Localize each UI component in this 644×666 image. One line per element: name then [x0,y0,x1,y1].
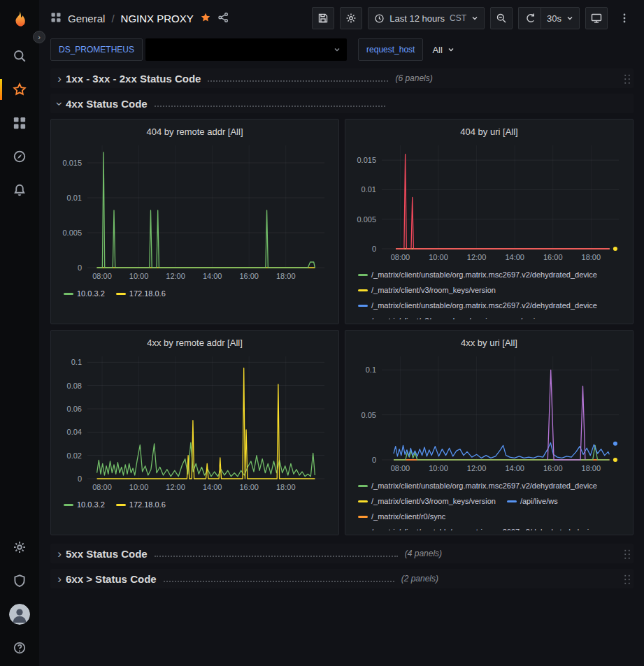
legend-item[interactable]: /_matrix/client/v3/room_keys/version [358,495,496,507]
legend-item[interactable]: /_matrix/client/unstable/org.matrix.msc2… [358,299,597,312]
dashboard-row-4xx[interactable]: › 4xx Status Code [50,94,634,113]
row-panel-count: (6 panels) [395,73,432,83]
legend-item[interactable]: /_matrix/client/v3/room_keys/version [358,314,496,319]
dashboard-settings-button[interactable] [340,7,362,29]
zoom-out-button[interactable] [490,7,513,29]
share-icon[interactable] [217,12,229,25]
svg-text:12:00: 12:00 [166,483,185,491]
sidebar-item-profile[interactable] [0,598,39,631]
legend-series-label: 172.18.0.6 [129,500,166,509]
legend-item[interactable]: /sw.js [507,314,539,319]
sidebar-item-help[interactable] [0,631,39,665]
legend-item[interactable]: /_matrix/client/unstable/org.matrix.msc2… [358,268,597,281]
variable-datasource: DS_PROMETHEUS [50,38,347,61]
row-dotted-leader [208,80,388,82]
legend-series-label: 172.18.0.6 [129,289,166,298]
legend-item[interactable]: /_matrix/client/v3/room_keys/version [358,284,496,296]
time-series-chart[interactable]: 08:0010:0012:0014:0016:0018:0000.0050.01… [57,140,333,285]
legend-item[interactable]: 10.0.3.2 [64,287,105,300]
time-series-chart[interactable]: 08:0010:0012:0014:0016:0018:0000.050.1 [351,351,627,477]
legend-item[interactable]: /_matrix/client/unstable/org.matrix.msc2… [358,479,597,492]
favorite-star-icon[interactable] [200,12,211,25]
row-drag-handle[interactable] [623,573,631,585]
legend-item[interactable]: 172.18.0.6 [116,498,166,511]
sidebar-item-starred[interactable] [0,73,39,106]
grafana-app: › [0,0,644,666]
svg-text:16:00: 16:00 [239,483,259,491]
svg-text:0.005: 0.005 [357,215,376,224]
sidebar: › [0,0,39,666]
sidebar-item-configuration[interactable] [0,530,39,564]
breadcrumb-title[interactable]: NGINX PROXY [121,13,194,24]
sidebar-item-search[interactable] [0,39,39,73]
row-drag-handle[interactable] [623,548,631,560]
svg-text:10:00: 10:00 [129,272,149,280]
legend-item[interactable]: /_matrix/client/unstable/org.matrix.msc2… [358,526,597,530]
dashboard-row-5xx[interactable]: › 5xx Status Code (4 panels) [50,544,634,563]
svg-text:0.01: 0.01 [362,185,376,194]
sidebar-expand-button[interactable]: › [33,31,45,43]
refresh-interval-dropdown[interactable]: 30s [541,7,580,29]
panel-title[interactable]: 404 by uri [All] [351,124,627,140]
sidebar-item-explore[interactable] [0,140,39,173]
sidebar-nav-top [0,39,39,207]
legend-series-swatch [358,289,368,291]
svg-text:0.015: 0.015 [357,156,376,164]
time-series-chart[interactable]: 08:0010:0012:0014:0016:0018:0000.020.040… [57,351,333,496]
row-panel-count: (2 panels) [401,574,438,584]
save-dashboard-button[interactable] [312,7,334,29]
time-range-label: Last 12 hours [389,13,445,24]
svg-text:0: 0 [78,263,82,272]
dashboards-grid-icon [13,116,27,130]
svg-text:10:00: 10:00 [429,464,448,472]
dashboard-row-6xx[interactable]: › 6xx > Status Code (2 panels) [50,569,634,588]
legend-series-label: /_matrix/client/r0/sync [371,512,445,521]
legend-item[interactable]: /_matrix/client/r0/sync [358,510,445,523]
shield-icon [13,574,27,588]
dashboard-content: › 1xx - 3xx - 2xx Status Code (6 panels)… [39,63,644,666]
panel-title[interactable]: 4xx by remote addr [All] [57,335,333,351]
clock-icon [374,13,385,24]
time-range-picker[interactable]: Last 12 hours CST [368,7,485,29]
dashboard-row-1xx-3xx-2xx[interactable]: › 1xx - 3xx - 2xx Status Code (6 panels) [50,68,634,88]
chevron-down-icon: › [54,97,66,110]
kebab-menu-button[interactable] [613,7,636,29]
legend-series-label: /_matrix/client/unstable/org.matrix.msc2… [371,528,597,530]
legend-series-label: /_matrix/client/unstable/org.matrix.msc2… [371,482,597,490]
sidebar-item-server-admin[interactable] [0,564,39,598]
svg-text:14:00: 14:00 [203,483,222,491]
svg-text:16:00: 16:00 [543,464,563,472]
gear-icon [345,13,357,24]
time-series-chart[interactable]: 08:0010:0012:0014:0016:0018:0000.0050.01… [351,140,627,266]
panel-title[interactable]: 4xx by uri [All] [351,335,627,351]
legend-series-label: /_matrix/client/v3/room_keys/version [371,497,496,505]
sidebar-nav-bottom [0,530,39,666]
legend-series-label: 10.0.3.2 [77,500,105,509]
svg-text:18:00: 18:00 [582,253,601,261]
request-host-select[interactable]: All [426,38,460,61]
legend-item[interactable]: 172.18.0.6 [116,287,166,300]
datasource-select[interactable] [145,38,347,61]
breadcrumb-section[interactable]: General [68,13,105,24]
legend-series-swatch [507,500,517,502]
variables-bar: DS_PROMETHEUS request_host All [39,36,644,63]
svg-text:08:00: 08:00 [391,253,410,261]
tv-mode-button[interactable] [585,7,608,29]
sidebar-item-dashboards[interactable] [0,106,39,140]
row-dotted-leader [155,106,385,107]
row-title: 6xx > Status Code [66,573,157,585]
svg-text:18:00: 18:00 [276,483,296,491]
svg-text:0.02: 0.02 [67,451,82,460]
help-question-icon [13,641,27,655]
row-drag-handle[interactable] [623,73,631,85]
legend-item[interactable]: /api/live/ws [507,495,558,507]
compass-icon [13,150,27,164]
legend-item[interactable]: 10.0.3.2 [64,498,105,511]
chart-canvas: 08:0010:0012:0014:0016:0018:0000.0050.01… [57,140,333,283]
panel-grid: 404 by remote addr [All] 08:0010:0012:00… [50,119,634,535]
refresh-button[interactable] [518,7,541,29]
row-title: 5xx Status Code [66,548,148,560]
panel-title[interactable]: 404 by remote addr [All] [57,124,333,140]
svg-text:18:00: 18:00 [582,464,601,472]
sidebar-item-alerting[interactable] [0,173,39,207]
